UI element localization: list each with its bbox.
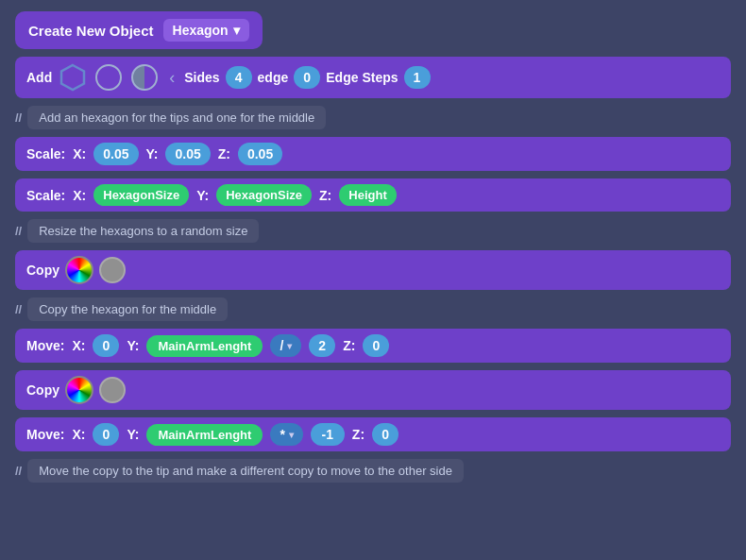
move1-z-label: Z: <box>343 338 355 353</box>
move1-y-var[interactable]: MainArmLenght <box>146 335 263 357</box>
move1-z-value[interactable]: 0 <box>363 334 389 357</box>
move2-x-value[interactable]: 0 <box>93 423 119 446</box>
copy2-label: Copy <box>26 382 59 398</box>
scale1-x-label: X: <box>73 146 86 161</box>
move1-x-label: X: <box>72 338 85 353</box>
sides-value[interactable]: 4 <box>226 66 252 89</box>
comment3-slash: // <box>15 302 22 316</box>
copy1-label: Copy <box>26 263 59 278</box>
move1-x-value[interactable]: 0 <box>93 334 119 357</box>
scale2-x-var[interactable]: HexagonSize <box>93 184 189 206</box>
svg-marker-0 <box>61 65 84 90</box>
edge-value[interactable]: 0 <box>294 66 320 89</box>
circle-shape-icon[interactable] <box>93 62 124 93</box>
move1-op: / <box>280 338 283 353</box>
copy1-rainbow-icon[interactable] <box>65 256 93 284</box>
scale2-row: Scale: X: HexagonSize Y: HexagonSize Z: … <box>15 178 731 212</box>
comment2-slash: // <box>15 224 22 238</box>
move1-label: Move: <box>26 338 64 353</box>
hexagon-shape-icon[interactable] <box>58 62 88 93</box>
move2-y-var[interactable]: MainArmLenght <box>146 424 263 446</box>
comment2-row: // Resize the hexagons to a random size <box>15 219 731 243</box>
move2-op-block[interactable]: * ▾ <box>270 423 302 446</box>
add-row: Add ‹ Sides 4 edge 0 Edge Steps 1 <box>15 57 731 98</box>
move1-op-block[interactable]: / ▾ <box>270 334 301 357</box>
move2-label: Move: <box>26 427 64 442</box>
scale2-y-label: Y: <box>196 188 209 203</box>
move1-op-arrow: ▾ <box>287 341 292 351</box>
move1-div-value[interactable]: 2 <box>309 334 335 357</box>
scale1-z-label: Z: <box>218 146 230 161</box>
scale1-z-value[interactable]: 0.05 <box>238 143 282 165</box>
move2-z-value[interactable]: 0 <box>372 423 398 446</box>
edge-steps-label: Edge Steps <box>326 70 398 85</box>
scale1-x-value[interactable]: 0.05 <box>93 143 138 165</box>
comment1-row: // Add an hexagon for the tips and one f… <box>15 106 731 129</box>
move2-mul-value[interactable]: -1 <box>311 423 345 446</box>
scale2-label: Scale: <box>26 188 65 203</box>
move2-op-arrow: ▾ <box>289 430 294 440</box>
arrow-left-button[interactable]: ‹ <box>165 66 178 90</box>
scale1-y-value[interactable]: 0.05 <box>165 143 210 165</box>
comment3-row: // Copy the hexagon for the middle <box>15 297 731 321</box>
header-row: Create New Object Hexagon ▾ <box>15 11 731 49</box>
scale1-y-label: Y: <box>146 146 159 161</box>
move2-row: Move: X: 0 Y: MainArmLenght * ▾ -1 Z: 0 <box>15 417 731 451</box>
copy2-row: Copy <box>15 370 731 410</box>
edge-label: edge <box>258 70 289 85</box>
move2-op: * <box>280 427 284 442</box>
scale1-label: Scale: <box>26 146 65 161</box>
comment1-slash: // <box>15 110 22 125</box>
sides-label: Sides <box>184 70 219 85</box>
comment2-text: Resize the hexagons to a random size <box>27 219 259 243</box>
scale2-x-label: X: <box>73 188 86 203</box>
comment4-slash: // <box>15 464 22 478</box>
hexagon-dropdown[interactable]: Hexagon ▾ <box>163 19 249 42</box>
scale2-z-label: Z: <box>319 188 331 203</box>
copy1-row: Copy <box>15 250 731 290</box>
move2-x-label: X: <box>72 427 85 442</box>
comment4-row: // Move the copy to the tip and make a d… <box>15 459 731 483</box>
copy2-grey-icon[interactable] <box>99 377 126 403</box>
comment1-text: Add an hexagon for the tips and one for … <box>27 106 326 129</box>
dropdown-label: Hexagon <box>173 23 229 38</box>
move2-z-label: Z: <box>352 427 365 442</box>
add-label: Add <box>26 70 52 85</box>
edge-steps-value[interactable]: 1 <box>404 66 431 89</box>
scale2-z-var[interactable]: Height <box>339 184 396 206</box>
move1-row: Move: X: 0 Y: MainArmLenght / ▾ 2 Z: 0 <box>15 329 731 363</box>
scale1-row: Scale: X: 0.05 Y: 0.05 Z: 0.05 <box>15 137 731 171</box>
create-label: Create New Object <box>28 23 154 39</box>
comment3-text: Copy the hexagon for the middle <box>27 297 228 321</box>
dropdown-arrow-icon: ▾ <box>233 23 240 38</box>
move2-y-label: Y: <box>127 427 139 442</box>
copy2-rainbow-icon[interactable] <box>65 376 93 404</box>
create-new-object-block[interactable]: Create New Object Hexagon ▾ <box>15 11 263 49</box>
copy1-grey-icon[interactable] <box>99 257 126 283</box>
comment4-text: Move the copy to the tip and make a diff… <box>27 459 464 483</box>
move1-y-label: Y: <box>127 338 139 353</box>
half-circle-shape-icon[interactable] <box>129 62 160 93</box>
scale2-y-var[interactable]: HexagonSize <box>216 184 312 206</box>
